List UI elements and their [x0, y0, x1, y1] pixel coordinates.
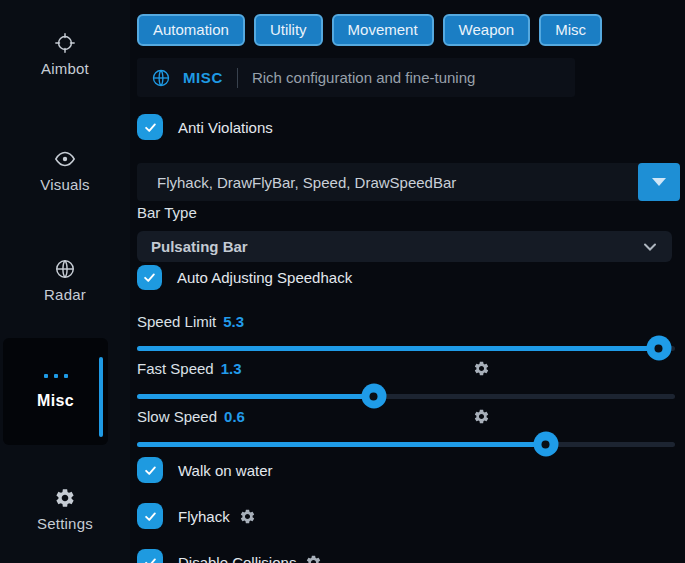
- sidebar-item-aimbot[interactable]: Aimbot: [0, 32, 130, 77]
- check-icon: [142, 270, 157, 285]
- slider-fill: [137, 346, 659, 351]
- disable-collisions-checkbox[interactable]: [137, 549, 163, 563]
- sidebar-item-settings[interactable]: Settings: [0, 487, 130, 532]
- speed-limit-slider[interactable]: [137, 335, 675, 361]
- selected-option: Pulsating Bar: [151, 238, 642, 255]
- slider-thumb[interactable]: [361, 384, 386, 409]
- category-tabs: Automation Utility Movement Weapon Misc: [137, 14, 602, 46]
- slider-label: Speed Limit: [137, 313, 216, 330]
- eye-icon: [0, 148, 130, 170]
- slider-value: 5.3: [223, 313, 244, 330]
- slider-value: 0.6: [224, 408, 245, 425]
- sidebar-item-label: Radar: [0, 286, 130, 303]
- gear-icon[interactable]: [473, 360, 490, 377]
- chevron-down-icon: [642, 239, 658, 255]
- gear-icon[interactable]: [305, 554, 322, 563]
- gear-icon[interactable]: [239, 508, 256, 525]
- fast-speed-label-row: Fast Speed 1.3: [137, 360, 675, 377]
- slider-fill: [137, 442, 546, 447]
- sidebar-item-visuals[interactable]: Visuals: [0, 148, 130, 193]
- crosshair-icon: [0, 32, 130, 54]
- slider-thumb[interactable]: [646, 336, 671, 361]
- walk-on-water-row: Walk on water: [137, 457, 272, 483]
- bar-type-select[interactable]: Pulsating Bar: [137, 231, 672, 262]
- flyhack-checkbox[interactable]: [137, 503, 163, 529]
- sidebar-item-label: Aimbot: [0, 60, 130, 77]
- tab-misc[interactable]: Misc: [539, 14, 602, 46]
- sidebar-item-label: Settings: [0, 515, 130, 532]
- slow-speed-label-row: Slow Speed 0.6: [137, 408, 675, 425]
- bar-type-label: Bar Type: [137, 204, 197, 221]
- section-header: MISC Rich configuration and fine-tuning: [137, 58, 575, 97]
- sidebar-item-label: Visuals: [0, 176, 130, 193]
- walk-on-water-checkbox[interactable]: [137, 457, 163, 483]
- section-title: MISC: [183, 69, 223, 86]
- sidebar-item-label: Misc: [3, 392, 108, 410]
- slow-speed-slider[interactable]: [137, 431, 675, 457]
- anti-violations-row: Anti Violations: [137, 114, 273, 140]
- slider-label: Fast Speed: [137, 360, 214, 377]
- sidebar: Aimbot Visuals Radar Misc Settings: [0, 0, 130, 563]
- globe-icon: [0, 258, 130, 280]
- auto-adjusting-checkbox[interactable]: [137, 265, 162, 290]
- checkbox-label: Flyhack: [178, 508, 230, 525]
- section-subtitle: Rich configuration and fine-tuning: [252, 69, 475, 86]
- checkbox-label: Disable Collisions: [178, 554, 296, 563]
- auto-adjusting-row: Auto Adjusting Speedhack: [137, 265, 352, 290]
- disable-collisions-row: Disable Collisions: [137, 549, 322, 563]
- checkbox-label: Anti Violations: [178, 119, 273, 136]
- check-icon: [143, 555, 158, 563]
- main-content: Automation Utility Movement Weapon Misc …: [137, 0, 685, 563]
- gear-icon[interactable]: [473, 408, 490, 425]
- globe-icon: [151, 68, 171, 88]
- tab-weapon[interactable]: Weapon: [443, 14, 531, 46]
- sidebar-item-misc-selected[interactable]: Misc: [3, 338, 108, 445]
- ellipsis-icon: [3, 374, 108, 378]
- slider-value: 1.3: [221, 360, 242, 377]
- check-icon: [143, 463, 158, 478]
- slider-fill: [137, 394, 374, 399]
- flyhack-row: Flyhack: [137, 503, 256, 529]
- checkbox-label: Walk on water: [178, 462, 272, 479]
- check-icon: [143, 509, 158, 524]
- tab-movement[interactable]: Movement: [332, 14, 434, 46]
- tab-automation[interactable]: Automation: [137, 14, 245, 46]
- bars-multiselect: [137, 163, 680, 201]
- divider: [237, 68, 238, 88]
- fast-speed-slider[interactable]: [137, 383, 675, 409]
- anti-violations-checkbox[interactable]: [137, 114, 163, 140]
- tab-utility[interactable]: Utility: [254, 14, 323, 46]
- bars-dropdown-button[interactable]: [638, 163, 680, 201]
- active-indicator-bar: [99, 357, 103, 437]
- check-icon: [143, 120, 158, 135]
- gear-icon: [0, 487, 130, 509]
- bars-input[interactable]: [137, 174, 638, 191]
- slider-label: Slow Speed: [137, 408, 217, 425]
- speed-limit-label-row: Speed Limit 5.3: [137, 313, 244, 330]
- slider-thumb[interactable]: [533, 432, 558, 457]
- checkbox-label: Auto Adjusting Speedhack: [177, 269, 352, 286]
- triangle-down-icon: [652, 178, 666, 186]
- sidebar-item-radar[interactable]: Radar: [0, 258, 130, 303]
